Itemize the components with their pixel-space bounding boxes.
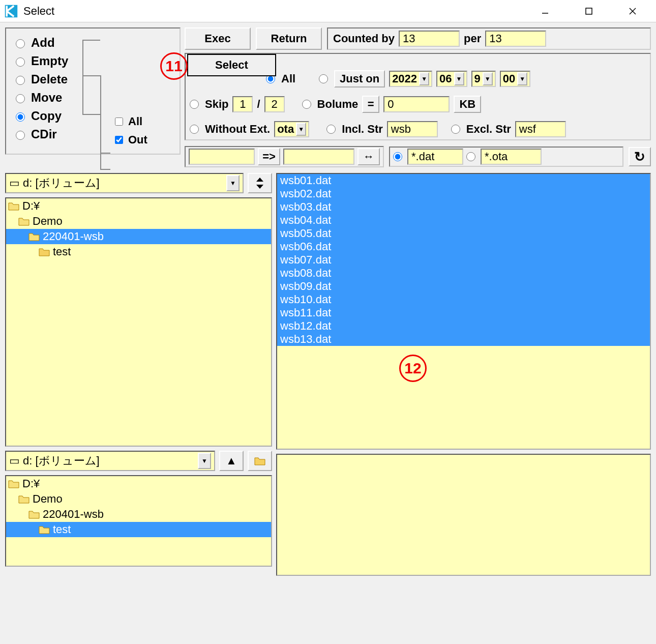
chevron-down-icon[interactable]: ▼ [226, 175, 240, 191]
tree-item-label: D:¥ [22, 199, 40, 213]
file-item[interactable]: wsb10.dat [280, 293, 647, 306]
op-radio-copy[interactable]: Copy [13, 107, 172, 125]
all-checkbox-row[interactable]: All [113, 112, 147, 131]
excl-label: Excl. Str [466, 123, 511, 136]
op-radio-input[interactable] [16, 112, 25, 122]
all-checkbox[interactable] [115, 118, 123, 126]
file-item[interactable]: wsb09.dat [280, 280, 647, 293]
filter-incl-radio[interactable] [326, 125, 336, 134]
op-radio-input[interactable] [16, 131, 25, 140]
rename-from[interactable] [189, 149, 255, 165]
filter-skip-radio[interactable] [190, 100, 199, 109]
op-radio-input[interactable] [16, 94, 25, 103]
select-button[interactable]: 11 Select [187, 54, 276, 76]
up-button[interactable]: ▲ [219, 451, 244, 471]
tree-item[interactable]: 220401-wsb [6, 507, 271, 522]
file-item[interactable]: wsb05.dat [280, 227, 647, 240]
minimize-button[interactable] [531, 3, 559, 19]
filter-juston-radio[interactable] [319, 74, 328, 83]
tree-item[interactable]: test [6, 522, 271, 537]
file-item[interactable]: wsb12.dat [280, 319, 647, 333]
op-radio-cdir[interactable]: CDir [13, 125, 172, 143]
counted-label: Counted by [333, 32, 395, 45]
op-radio-input[interactable] [16, 57, 25, 67]
file-list-bottom[interactable] [276, 454, 651, 576]
updown-button[interactable] [248, 173, 272, 193]
juston-year[interactable]: 2022▼ [389, 71, 432, 87]
drive-combo-bottom[interactable]: ▭ d: [ボリューム] ▼ [5, 451, 215, 471]
rename-to[interactable] [283, 149, 354, 165]
bolume-value[interactable] [383, 96, 450, 112]
juston-month[interactable]: 06▼ [436, 71, 467, 87]
app-icon [4, 4, 18, 18]
filter-bolume-radio[interactable] [302, 100, 311, 109]
filter-excl-radio[interactable] [451, 125, 460, 134]
tree-item[interactable]: Demo [6, 214, 271, 229]
incl-label: Incl. Str [342, 123, 383, 136]
per-value[interactable] [485, 31, 546, 47]
tree-item-label: 220401-wsb [43, 230, 104, 243]
annotation-11: 11 [160, 52, 188, 80]
juston-day[interactable]: 9▼ [471, 71, 496, 87]
tree-item[interactable]: Demo [6, 491, 271, 507]
titlebar: Select [0, 0, 656, 22]
op-radio-input[interactable] [16, 39, 25, 48]
new-folder-button[interactable] [248, 451, 272, 471]
op-radio-label: CDir [31, 127, 57, 141]
juston-button[interactable]: Just on [334, 70, 385, 87]
tree-item[interactable]: test [6, 244, 271, 259]
chevron-down-icon[interactable]: ▼ [198, 453, 211, 469]
file-item[interactable]: wsb13.dat [280, 333, 647, 346]
folder-tree-bottom[interactable]: D:¥Demo220401-wsbtest [5, 475, 272, 567]
file-item[interactable]: wsb07.dat [280, 253, 647, 267]
refresh-button[interactable]: ↻ [629, 147, 651, 166]
tree-item-label: Demo [33, 492, 63, 506]
folder-tree-top[interactable]: D:¥Demo220401-wsbtest [5, 197, 272, 447]
op-radio-empty[interactable]: Empty [13, 52, 172, 70]
incl-value[interactable] [387, 121, 438, 137]
withoutext-value[interactable]: ota▼ [274, 121, 309, 137]
op-radio-label: Delete [31, 72, 68, 86]
svg-marker-6 [256, 185, 263, 189]
out-checkbox[interactable] [115, 136, 123, 144]
tree-item[interactable]: 220401-wsb [6, 229, 271, 244]
counted-group: Counted by per [327, 27, 651, 50]
close-button[interactable] [618, 3, 647, 19]
drive-combo-top[interactable]: ▭ d: [ボリューム] ▼ [5, 173, 244, 193]
bolume-unit-button[interactable]: KB [454, 96, 481, 113]
arrow-right-button[interactable]: => [258, 148, 280, 165]
file-item[interactable]: wsb04.dat [280, 214, 647, 227]
file-item[interactable]: wsb03.dat [280, 200, 647, 214]
filter-withoutext-radio[interactable] [190, 125, 199, 134]
juston-hour[interactable]: 00▼ [500, 71, 530, 87]
pattern-b[interactable] [481, 149, 542, 165]
op-radio-move[interactable]: Move [13, 89, 172, 107]
file-item[interactable]: wsb11.dat [280, 306, 647, 319]
skip-b[interactable] [264, 96, 285, 112]
drive-combo-top-text: d: [ボリューム] [23, 175, 100, 191]
pattern-a-radio[interactable] [393, 152, 402, 161]
tree-item[interactable]: D:¥ [6, 476, 271, 491]
file-item[interactable]: wsb01.dat [280, 174, 647, 187]
pattern-a[interactable] [407, 149, 463, 165]
counted-value[interactable] [399, 31, 460, 47]
op-radio-input[interactable] [16, 76, 25, 85]
file-list-top[interactable]: wsb01.datwsb02.datwsb03.datwsb04.datwsb0… [276, 173, 651, 450]
bolume-eq-button[interactable]: = [362, 96, 379, 113]
excl-value[interactable] [515, 121, 566, 137]
op-radio-delete[interactable]: Delete [13, 70, 172, 89]
swap-button[interactable]: ↔ [357, 148, 380, 165]
pattern-b-radio[interactable] [466, 152, 475, 161]
exec-button[interactable]: Exec [185, 27, 251, 50]
file-item[interactable]: wsb08.dat [280, 267, 647, 280]
file-item[interactable]: wsb02.dat [280, 187, 647, 200]
return-button[interactable]: Return [256, 27, 322, 50]
skip-label: Skip [205, 98, 228, 111]
op-radio-label: Copy [31, 109, 62, 123]
tree-item[interactable]: D:¥ [6, 198, 271, 214]
skip-a[interactable] [232, 96, 253, 112]
maximize-button[interactable] [575, 3, 603, 19]
op-radio-add[interactable]: Add [13, 34, 172, 52]
out-checkbox-row[interactable]: Out [113, 131, 147, 149]
file-item[interactable]: wsb06.dat [280, 240, 647, 253]
